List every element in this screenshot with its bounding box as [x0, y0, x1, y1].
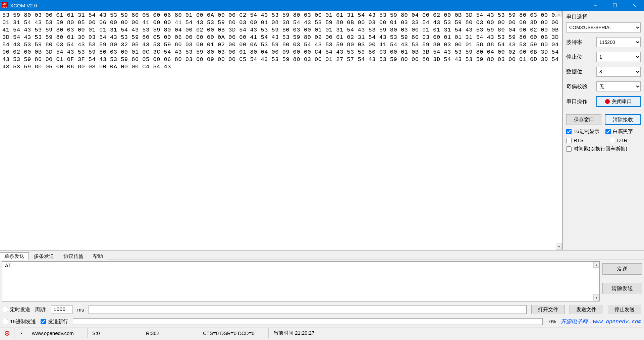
- port-select[interactable]: COM3:USB-SERIAL: [566, 22, 641, 32]
- tab-multi-send[interactable]: 多条发送: [30, 252, 58, 260]
- databits-label: 数据位: [566, 68, 592, 75]
- dtr-checkbox[interactable]: DTR: [610, 137, 628, 143]
- status-time: 当前时间 21:20:27: [269, 328, 644, 338]
- svg-point-8: [6, 333, 8, 334]
- send-button[interactable]: 发送: [602, 263, 642, 275]
- website-link[interactable]: 开源电子网：www.openedv.com: [561, 318, 641, 325]
- databits-select[interactable]: 8: [596, 67, 641, 77]
- scroll-up-icon[interactable]: ▴: [556, 11, 562, 17]
- send-tabs: 单条发送 多条发送 协议传输 帮助: [0, 251, 644, 260]
- parity-label: 奇偶校验: [566, 83, 592, 90]
- record-icon: [605, 99, 610, 104]
- tab-help[interactable]: 帮助: [89, 252, 107, 260]
- status-bar: www.openedv.com S:0 R:362 CTS=0 DSR=0 DC…: [0, 328, 644, 338]
- baud-label: 波特率: [566, 39, 592, 46]
- status-dropdown[interactable]: [14, 328, 27, 338]
- clear-send-button[interactable]: 清除发送: [602, 283, 642, 294]
- send-newline-checkbox[interactable]: 发送新行: [41, 319, 68, 325]
- open-file-button[interactable]: 打开文件: [531, 305, 565, 314]
- port-section-label: 串口选择: [566, 13, 641, 20]
- stopbits-select[interactable]: 1: [596, 52, 641, 62]
- status-line: CTS=0 DSR=0 DCD=0: [198, 328, 269, 338]
- progress-bar: [73, 318, 543, 325]
- scroll-down-icon[interactable]: ▾: [556, 244, 562, 250]
- baud-select[interactable]: 115200: [596, 37, 641, 47]
- period-unit: ms: [77, 307, 84, 313]
- svg-text:XCM: XCM: [2, 6, 7, 8]
- white-bg-checkbox[interactable]: 白底黑字: [605, 128, 633, 135]
- rts-checkbox[interactable]: RTS: [566, 137, 584, 143]
- close-button[interactable]: [625, 0, 644, 11]
- settings-panel: 串口选择 COM3:USB-SERIAL 波特率115200 停止位1 数据位8…: [562, 11, 644, 250]
- status-site[interactable]: www.openedv.com: [27, 328, 88, 338]
- period-input[interactable]: [51, 305, 72, 314]
- period-label: 周期:: [35, 307, 46, 313]
- status-menu-icon[interactable]: [0, 328, 14, 338]
- maximize-button[interactable]: [605, 0, 625, 11]
- clear-receive-button[interactable]: 清除接收: [605, 114, 641, 125]
- stop-send-button[interactable]: 停止发送: [608, 305, 641, 314]
- tab-protocol[interactable]: 协议传输: [59, 252, 88, 260]
- title-bar: ATKXCM XCOM V2.0: [0, 0, 644, 11]
- send-file-button[interactable]: 发送文件: [570, 305, 603, 314]
- tab-single-send[interactable]: 单条发送: [0, 252, 29, 260]
- app-logo-icon: ATKXCM: [2, 2, 8, 8]
- tx-scroll-down-icon[interactable]: ▾: [593, 294, 599, 300]
- send-input[interactable]: AT: [2, 261, 600, 301]
- parity-select[interactable]: 无: [596, 81, 641, 91]
- status-recv: R:362: [141, 328, 198, 338]
- svg-text:ATK: ATK: [2, 3, 7, 5]
- hex-display-checkbox[interactable]: 16进制显示: [566, 128, 599, 135]
- timed-send-checkbox[interactable]: 定时发送: [3, 307, 30, 313]
- stopbits-label: 停止位: [566, 54, 592, 61]
- timestamp-checkbox[interactable]: 时间戳(以换行回车断帧): [566, 146, 627, 152]
- tx-scroll-up-icon[interactable]: ▴: [593, 262, 599, 268]
- progress-percent: 0%: [549, 319, 556, 324]
- window-title: XCOM V2.0: [10, 3, 586, 8]
- toggle-port-button[interactable]: 关闭串口: [596, 96, 641, 107]
- portop-label: 串口操作: [566, 98, 592, 105]
- save-window-button[interactable]: 保存窗口: [566, 114, 601, 125]
- svg-rect-4: [613, 4, 616, 7]
- status-sent: S:0: [88, 328, 141, 338]
- file-path-input[interactable]: [89, 305, 527, 314]
- hex-send-checkbox[interactable]: 16进制发送: [3, 319, 36, 325]
- minimize-button[interactable]: [586, 0, 605, 11]
- receive-area[interactable]: 53 59 80 03 00 01 01 31 54 43 53 59 80 0…: [0, 11, 562, 250]
